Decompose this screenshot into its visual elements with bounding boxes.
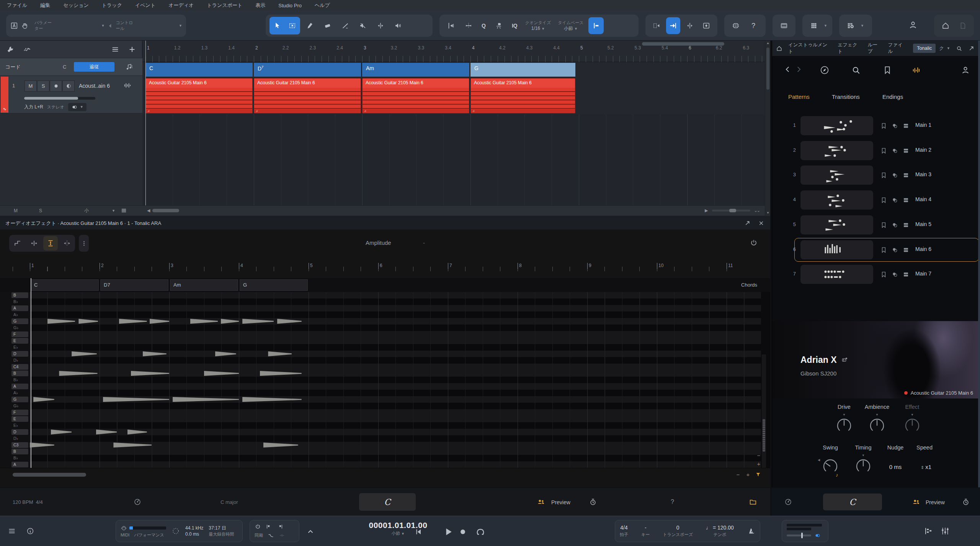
editor-chord-Am[interactable]: Am [170,279,238,291]
scroll-left-icon[interactable]: ◀ [147,208,150,213]
bookmark-icon[interactable] [880,122,887,130]
menu-item-トラック[interactable]: トラック [102,2,122,9]
nav-forward-icon[interactable] [794,65,803,74]
editor-chord-D7[interactable]: D7 [100,279,168,291]
solo-button[interactable]: S [37,80,49,92]
punch-out-icon[interactable] [277,523,283,530]
artist-external-icon[interactable] [841,357,848,363]
nav-back-icon[interactable] [784,65,792,74]
monitor-button[interactable] [62,80,75,92]
menu-item-表示[interactable]: 表示 [255,2,265,9]
timeline-ruler[interactable]: 11.21.31.422.22.32.433.23.33.444.24.34.4… [142,41,765,62]
track-header-acoustic-guitar[interactable]: 1 M S Acoust..ain 6 入力 L+R ステレオ ▼ ∿ [0,76,142,113]
timebase-select[interactable]: タイムベース 小節 ▼ [555,20,586,32]
track-list-icon[interactable] [111,45,119,54]
layers-icon[interactable] [902,197,910,204]
audio-clip[interactable]: Acoustic Guitar 2105 Main 6♫ [470,78,575,113]
audio-clip[interactable]: Acoustic Guitar 2105 Main 6♫ [145,78,253,113]
grid-view-carat[interactable]: ▼ [824,24,827,28]
amplitude-tool-button[interactable] [43,236,58,251]
time-display[interactable]: 00001.01.01.00 小節 ▼ [356,521,440,536]
page-view-button[interactable] [955,17,970,34]
pattern-label[interactable]: Main 5 [915,221,931,227]
user-account-icon[interactable] [908,20,918,30]
range-tool-button[interactable] [285,17,300,34]
arrow-tool-button[interactable] [270,17,285,34]
timing-knob[interactable] [854,457,872,475]
pattern-label[interactable]: Main 2 [915,147,931,153]
tonalic-panel-icon[interactable] [749,498,757,506]
layers-icon[interactable] [902,246,910,254]
panel-preview-label[interactable]: Preview [926,499,945,505]
tab-endings[interactable]: Endings [882,93,903,100]
transport-menu-icon[interactable] [8,527,16,535]
metronome-icon[interactable] [133,498,142,506]
pattern-label[interactable]: Main 3 [915,171,931,177]
click-metronome-icon[interactable] [747,527,755,535]
blend-icon[interactable] [891,147,898,154]
browser-scrollbar[interactable] [978,41,980,516]
drive-knob[interactable] [835,417,853,435]
quantize-select[interactable]: クオンタイズ 1/16 ▼ [523,20,554,32]
browser-search-icon[interactable] [956,45,962,52]
pattern-label[interactable]: Main 1 [915,122,931,128]
chord-segment-G[interactable]: G [470,63,575,77]
menu-item-編集[interactable]: 編集 [40,2,50,9]
timing-tool-button[interactable] [27,236,41,251]
tab-loops[interactable]: ループ [868,42,882,55]
track-input-label[interactable]: 入力 L+R [24,104,43,110]
browser-popout-icon[interactable] [968,45,975,52]
plugin-power-icon[interactable] [750,239,758,247]
tab-transitions[interactable]: Transitions [832,93,860,100]
panel-latch-icon[interactable] [962,498,970,506]
tab-overflow-carat[interactable]: ▼ [947,46,950,50]
bookmark-icon[interactable] [880,246,887,254]
zoom-slider[interactable] [712,210,750,212]
effect-knob[interactable] [903,417,921,435]
filter-funnel-icon[interactable] [755,471,761,478]
track-layout-button[interactable] [843,17,858,34]
track-layout-carat[interactable]: ▼ [861,24,864,28]
tempo-track-icon[interactable] [268,532,274,539]
parameter-dropdown-label[interactable]: パラメーター [34,20,53,31]
pattern-row-main-6[interactable]: 6Main 6 [772,239,978,262]
blend-icon[interactable] [891,246,898,254]
tempo-cell[interactable]: ♩ = 120.00テンポ [706,525,734,538]
center-playhead-button[interactable] [683,17,697,34]
menu-item-ファイル[interactable]: ファイル [7,2,27,9]
global-solo-button[interactable]: S [39,208,42,213]
timeline-hscrollbar[interactable] [152,209,179,212]
pattern-label[interactable]: Main 4 [915,196,931,202]
artist-profile-icon[interactable] [960,65,970,75]
output-toggle-icon[interactable] [814,532,821,539]
tab-effects[interactable]: エフェクト [838,42,862,55]
record-button[interactable] [458,527,468,537]
snap-stretch-button[interactable] [461,17,476,34]
autoscroll-button[interactable] [699,17,714,34]
tab-patterns[interactable]: Patterns [788,93,810,100]
track-name[interactable]: Acoust..ain 6 [79,83,110,89]
vzoom-out-button[interactable]: − [755,452,763,459]
mute-tool-button[interactable] [355,17,371,34]
bookmark-icon[interactable] [880,147,887,154]
grid-left-button[interactable] [649,17,664,34]
blend-icon[interactable] [891,122,898,130]
output-volume-slider[interactable] [787,535,811,536]
pattern-thumbnail[interactable] [800,215,873,234]
signature-cell[interactable]: 4/4拍子 [620,525,628,538]
macro-button[interactable] [728,17,743,34]
key-cell[interactable]: -キー [641,525,650,538]
preview-people-icon[interactable] [537,498,545,506]
mute-button[interactable]: M [24,80,37,92]
zoom-presets-icon[interactable]: ⌄⌄ [754,208,760,213]
blend-icon[interactable] [891,221,898,229]
audio-clip[interactable]: Acoustic Guitar 2105 Main 6♫ [254,78,361,113]
pattern-row-main-1[interactable]: 1Main 1 [772,115,978,138]
record-arm-button[interactable] [50,80,62,92]
pattern-row-main-2[interactable]: 2Main 2 [772,140,978,162]
chord-note-icon[interactable] [125,63,133,71]
arrange-vscrollbar[interactable]: ▲▼ [765,41,770,215]
tonalic-search-icon[interactable] [851,65,861,75]
speed-value[interactable]: ⇕ x1 [921,464,931,470]
editor-ruler[interactable]: 1234567891011 [0,259,770,277]
